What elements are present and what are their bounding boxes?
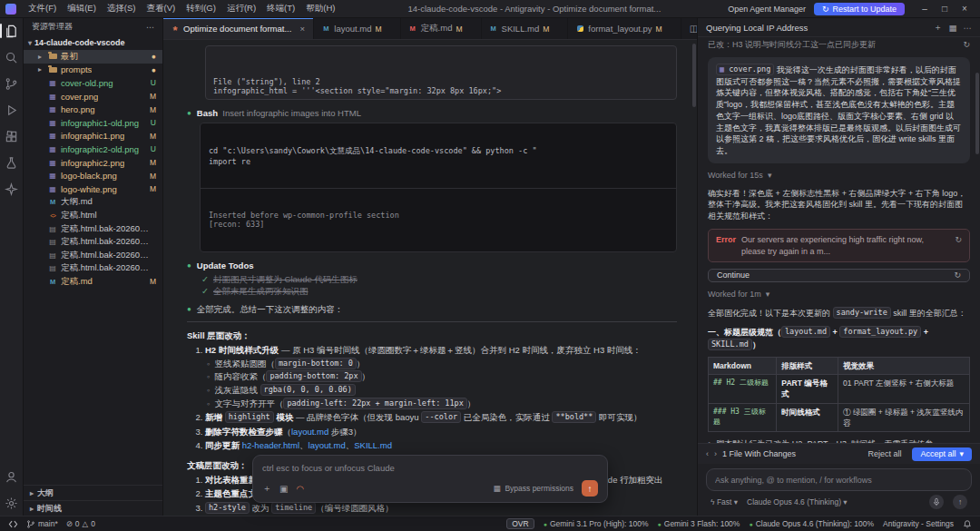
tree-row[interactable]: 定稿.html.bak-20260409210204 — [24, 222, 162, 236]
accept-all-button[interactable]: Accept all▾ — [912, 447, 972, 461]
tree-row[interactable]: 定稿.html.bak-20260409214118 — [24, 262, 162, 276]
file-link[interactable]: layout.md — [309, 440, 346, 450]
menu-item[interactable]: 选择(S) — [102, 2, 142, 15]
model-quota-item[interactable]: ●Claude Opus 4.6 (Thinking): 100% — [749, 519, 874, 528]
git-status-badge: U — [151, 78, 162, 87]
tab-close-icon[interactable]: × — [299, 24, 306, 34]
menu-item[interactable]: 终端(T) — [261, 2, 300, 15]
history-icon[interactable]: ↻ — [963, 39, 970, 51]
extensions-icon[interactable] — [2, 127, 22, 145]
tab-modified-badge: M — [376, 25, 382, 34]
minimize-icon[interactable]: – — [915, 4, 935, 14]
source-control-icon[interactable] — [2, 74, 22, 93]
panel-more-icon[interactable]: ⋯ — [964, 23, 973, 33]
problems-item[interactable]: ⊘0△0 — [66, 519, 95, 528]
editor-tab[interactable]: SKILL.md M — [482, 18, 569, 39]
attach-icon[interactable]: ▣ — [279, 484, 288, 494]
model-dropdown[interactable]: Claude Opus 4.6 (Thinking) ▾ — [747, 497, 848, 506]
reject-all-button[interactable]: Reject all — [862, 447, 906, 460]
model-quota-item[interactable]: ●Gemini 3 Flash: 100% — [658, 519, 740, 528]
fast-mode-dropdown[interactable]: ϟ Fast ▾ — [710, 497, 738, 506]
agent-panel-scrollbar[interactable] — [975, 73, 979, 154]
attached-file-chip[interactable]: ▦ cover.png — [716, 64, 774, 75]
tree-row[interactable]: logo-white.png M — [24, 182, 162, 196]
step-dot-icon: ● — [187, 107, 191, 119]
close-icon[interactable]: × — [955, 4, 975, 14]
file-type-icon — [48, 78, 57, 87]
sidebar-section-header[interactable]: ▸ 时间线 — [24, 500, 162, 516]
restart-to-update-button[interactable]: ↻Restart to Update — [814, 3, 905, 15]
file-link[interactable]: SKILL.md — [354, 440, 392, 450]
tree-row[interactable]: 定稿.html — [24, 209, 162, 222]
editor-scrollbar[interactable] — [692, 44, 696, 107]
git-branch-item[interactable]: main* — [26, 519, 58, 529]
sidebar-section-header[interactable]: ▸ 大纲 — [24, 485, 162, 500]
tree-row[interactable]: infographic1-old.png U — [24, 116, 162, 130]
explorer-title: 资源管理器 — [32, 21, 73, 33]
tree-row[interactable]: cover-old.png U — [24, 76, 162, 90]
remote-indicator[interactable] — [8, 519, 18, 529]
menu-item[interactable]: 转到(G) — [181, 2, 221, 15]
worked-duration-row[interactable]: Worked for 1m ▾ — [708, 289, 970, 300]
tree-row[interactable]: infographic2-old.png U — [24, 143, 162, 156]
maximize-icon[interactable]: □ — [935, 4, 955, 14]
file-type-icon — [48, 172, 57, 181]
worked-duration-row[interactable]: Worked for 15s ▾ — [708, 170, 970, 182]
claude-prompt-input[interactable] — [262, 463, 598, 473]
notifications-bell-icon[interactable] — [963, 519, 972, 529]
send-icon[interactable]: ↑ — [953, 495, 967, 509]
ai-sparkle-icon[interactable] — [2, 180, 22, 198]
overtype-indicator[interactable]: OVR — [506, 518, 534, 529]
tab-file-icon — [171, 25, 180, 34]
editor-tab[interactable]: Optimize document format... × — [163, 18, 314, 39]
app-window: 文件(F)编辑(E)选择(S)查看(V)转到(G)运行(R)终端(T)帮助(H)… — [0, 0, 980, 531]
send-button[interactable]: ↑ — [582, 480, 598, 497]
settings-item[interactable]: Antigravity - Settings — [883, 519, 954, 528]
model-quota-item[interactable]: ●Gemini 3.1 Pro (High): 100% — [544, 519, 649, 528]
file-link[interactable]: layout.md — [291, 427, 328, 437]
git-status-badge: M — [150, 158, 162, 167]
file-link[interactable]: h2-header.html — [242, 440, 299, 450]
tree-row[interactable]: 定稿.html.bak-20260409210424 — [24, 235, 162, 249]
bullet-icon: ◦ — [207, 398, 210, 409]
retry-icon[interactable]: ↻ — [955, 234, 962, 246]
settings-gear-icon[interactable] — [2, 494, 22, 512]
editor-tab[interactable]: format_layout.py M — [568, 18, 681, 39]
editor-tab[interactable]: 定稿.md M — [401, 18, 482, 39]
tree-row[interactable]: hero.png M — [24, 103, 162, 116]
menu-item[interactable]: 帮助(H) — [300, 2, 340, 15]
explorer-more-actions-icon[interactable]: ⋯ — [146, 23, 154, 32]
explorer-icon[interactable] — [2, 22, 22, 40]
continue-button[interactable]: Continue ↻ — [708, 269, 970, 282]
editor-tab[interactable]: layout.md M — [314, 18, 400, 39]
open-agent-manager-link[interactable]: Open Agent Manager — [728, 5, 806, 14]
account-icon[interactable] — [2, 467, 22, 486]
tree-row[interactable]: 最初 ● — [24, 50, 162, 64]
mic-icon[interactable] — [929, 495, 944, 509]
new-chat-icon[interactable]: ＋ — [934, 22, 943, 34]
tree-row[interactable]: cover.png M — [24, 90, 162, 103]
bypass-permissions-label[interactable]: Bypass permissions — [505, 484, 573, 493]
run-debug-icon[interactable] — [2, 101, 22, 119]
panel-layout-icon[interactable]: ▦ — [949, 23, 957, 33]
agent-chat-input[interactable] — [715, 476, 963, 485]
tree-row[interactable]: prompts ● — [24, 64, 162, 77]
search-icon[interactable] — [2, 48, 22, 66]
workspace-root-row[interactable]: ▾ 14-claude-code-vscode — [24, 35, 162, 50]
tree-row[interactable]: logo-black.png M — [24, 169, 162, 182]
prev-change-icon[interactable]: ‹ — [706, 449, 709, 458]
tree-row[interactable]: infographic1.png M — [24, 130, 162, 143]
menu-item[interactable]: 查看(V) — [141, 2, 181, 15]
next-change-icon[interactable]: › — [714, 449, 717, 458]
menu-item[interactable]: 文件(F) — [23, 2, 62, 15]
menu-item[interactable]: 运行(R) — [221, 2, 261, 15]
tree-row[interactable]: infographic2.png M — [24, 156, 162, 170]
add-context-icon[interactable]: ＋ — [262, 482, 271, 495]
tree-row[interactable]: 定稿.md M — [24, 275, 162, 289]
file-type-icon — [48, 144, 57, 153]
file-type-icon — [48, 198, 57, 207]
menu-item[interactable]: 编辑(E) — [62, 2, 102, 15]
tree-row[interactable]: 定稿.html.bak-20260409213708 — [24, 249, 162, 262]
tree-row[interactable]: 大纲.md — [24, 196, 162, 210]
testing-icon[interactable] — [2, 153, 22, 172]
